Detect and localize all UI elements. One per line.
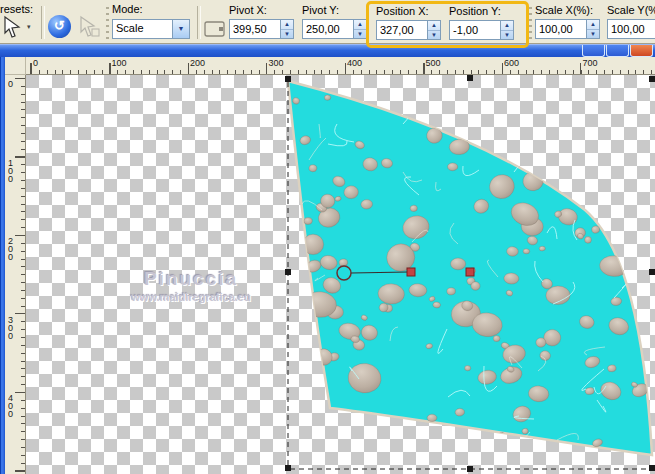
- pivot-x-input[interactable]: [229, 19, 280, 39]
- hruler-label: 500: [426, 58, 441, 68]
- hruler-label: 600: [504, 58, 519, 68]
- scale-x-spinner[interactable]: ▲▼: [586, 19, 600, 39]
- pointer-outline-icon: [77, 15, 101, 39]
- position-x-spinner[interactable]: ▲▼: [427, 20, 441, 40]
- pivot-y-spinner[interactable]: ▲▼: [353, 19, 367, 39]
- scale-y-label: Scale Y(%): [607, 4, 655, 16]
- restore-button[interactable]: [606, 45, 629, 57]
- chevron-down-icon[interactable]: ▼: [172, 20, 189, 38]
- scale-x-field: ▲▼: [535, 19, 600, 39]
- vruler-label: 2 0 0: [8, 237, 13, 261]
- hruler-label: 300: [269, 58, 284, 68]
- mode-label: Mode:: [112, 3, 143, 15]
- scale-y-field: [607, 19, 655, 39]
- presets-button[interactable]: ▾: [1, 13, 36, 40]
- position-y-input[interactable]: [449, 20, 500, 40]
- mode-dropdown-value: Scale: [113, 20, 172, 38]
- vruler-label: 1 0 0: [8, 159, 13, 183]
- vruler-label: 4 0 0: [8, 394, 13, 418]
- window-buttons: [582, 45, 653, 57]
- hruler-label: 200: [190, 58, 205, 68]
- tool-options-toolbar: resets: ▾ ↺ Mode: Scale ▼ Pivot X: ▲▼ Pi…: [0, 0, 655, 44]
- transform-box-button[interactable]: [202, 17, 228, 41]
- position-y-spinner[interactable]: ▲▼: [500, 20, 514, 40]
- vruler-label: 0: [8, 80, 13, 88]
- hruler-label: 100: [112, 58, 127, 68]
- watermark-url: www.maidiregrafica.eu: [116, 291, 266, 303]
- horizontal-ruler[interactable]: 0100200300400500600700: [26, 57, 655, 75]
- handle-bottom-center[interactable]: [467, 466, 473, 472]
- vruler-label: 3 0 0: [8, 316, 13, 340]
- hruler-label: 0: [33, 58, 38, 68]
- scale-x-input[interactable]: [535, 19, 586, 39]
- toolbar-grip: [529, 7, 532, 39]
- hruler-label: 400: [347, 58, 362, 68]
- window-left-border: [0, 57, 5, 474]
- pivot-x-spinner[interactable]: ▲▼: [280, 19, 294, 39]
- pivot-x-label: Pivot X:: [229, 4, 267, 16]
- separator: [41, 6, 45, 39]
- handle-right-center[interactable]: [649, 269, 655, 275]
- image-window-titlebar[interactable]: [0, 44, 655, 57]
- vertical-ruler[interactable]: 01 0 02 0 03 0 04 0 05 0 0: [5, 75, 26, 474]
- pivot-y-label: Pivot Y:: [302, 4, 339, 16]
- ruler-corner: [5, 57, 26, 75]
- position-x-field: ▲▼: [376, 20, 441, 40]
- pivot-y-field: ▲▼: [302, 19, 367, 39]
- watermark-title: Pinuccia: [116, 268, 266, 290]
- position-y-label: Position Y:: [449, 5, 501, 17]
- scale-x-label: Scale X(%):: [535, 4, 593, 16]
- scale-y-input[interactable]: [607, 19, 655, 39]
- reset-to-default-button[interactable]: ↺: [48, 15, 71, 38]
- minimize-button[interactable]: [582, 45, 605, 57]
- position-y-field: ▲▼: [449, 20, 514, 40]
- handle-bottom-left[interactable]: [285, 465, 291, 471]
- handle-top-right[interactable]: [649, 76, 655, 82]
- position-x-label: Position X:: [376, 5, 429, 17]
- handle-top-left[interactable]: [285, 76, 291, 82]
- undo-arrow-icon: ↺: [54, 18, 65, 33]
- handle-bottom-right[interactable]: [649, 465, 655, 471]
- hruler-label: 700: [583, 58, 598, 68]
- pivot-y-input[interactable]: [302, 19, 353, 39]
- center-handle[interactable]: [466, 268, 474, 276]
- pointer-icon: [1, 15, 27, 39]
- deselect-button[interactable]: [77, 15, 101, 39]
- pivot-x-field: ▲▼: [229, 19, 294, 39]
- handle-left-center[interactable]: [285, 269, 291, 275]
- mode-dropdown[interactable]: Scale ▼: [112, 19, 190, 39]
- rotation-handle[interactable]: [407, 268, 415, 276]
- watermark: Pinuccia www.maidiregrafica.eu: [116, 268, 266, 303]
- position-x-input[interactable]: [376, 20, 427, 40]
- chevron-down-icon: ▾: [27, 23, 31, 31]
- transform-box-icon: [202, 17, 228, 41]
- separator: [197, 6, 201, 39]
- handle-top-center[interactable]: [467, 75, 473, 81]
- toolbar-grip: [106, 7, 109, 39]
- close-button[interactable]: [630, 45, 653, 57]
